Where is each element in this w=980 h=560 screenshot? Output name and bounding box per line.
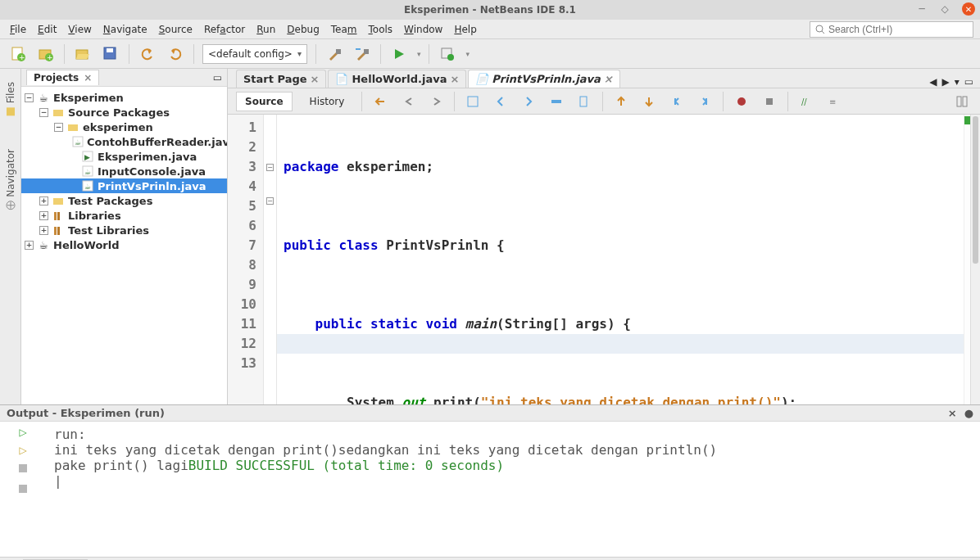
code-editor[interactable]: 12345678910111213 − − package eksperimen… [228,115,980,404]
menu-navigate[interactable]: Navigate [100,22,151,37]
new-project-icon[interactable]: + [36,44,56,64]
package-icon [52,195,65,206]
back-icon[interactable] [398,92,418,111]
shift-left-icon[interactable] [667,92,687,111]
tree-test-packages[interactable]: +Test Packages [21,193,227,208]
open-project-icon[interactable] [73,44,93,64]
run-icon[interactable] [389,44,409,64]
tab-helloworld[interactable]: 📄HelloWorld.java× [328,70,466,88]
new-file-icon[interactable]: + [8,44,28,64]
menu-view[interactable]: View [65,22,94,37]
find-next-icon[interactable] [519,92,538,111]
rerun-debug-icon[interactable]: ▷ [19,445,26,456]
files-vtab[interactable]: Files [3,77,18,121]
projects-tree[interactable]: −☕Eksperimen −Source Packages −eksperime… [21,87,227,404]
tree-project-eksperimen[interactable]: −☕Eksperimen [21,90,227,105]
search-box[interactable] [810,21,973,38]
save-output-icon[interactable] [17,483,29,497]
search-input[interactable] [828,23,968,36]
menu-run[interactable]: Run [253,22,279,37]
tree-file-eksperimen[interactable]: ▶Eksperimen.java [21,149,227,164]
svg-rect-36 [766,98,773,105]
menu-file[interactable]: FFileile [7,22,29,37]
close-icon[interactable]: ✕ [962,2,975,16]
tab-prev-icon[interactable]: ◀ [929,76,937,88]
clean-build-icon[interactable] [352,44,372,64]
tab-next-icon[interactable]: ▶ [941,76,949,88]
maximize-editor-icon[interactable]: ▭ [964,76,973,88]
shift-right-icon[interactable] [695,92,715,111]
rerun-icon[interactable]: ▷ [19,427,26,438]
minimize-pane-icon[interactable]: ▭ [213,72,222,84]
tab-close-icon[interactable]: × [450,73,459,85]
last-edit-icon[interactable] [370,92,390,111]
tab-start-page[interactable]: Start Page× [236,70,326,88]
main-toolbar: + + <default config> ▾ ▾ [0,39,980,69]
projects-pane: Projects × ▭ −☕Eksperimen −Source Packag… [21,69,228,404]
menu-refactor[interactable]: Refactor [201,22,248,37]
error-stripe[interactable] [964,115,970,404]
tree-pkg-eksperimen[interactable]: −eksperimen [21,120,227,134]
output-close-icon[interactable]: × [948,407,957,419]
projects-header: Projects × ▭ [21,69,227,87]
tab-printvsprinln[interactable]: 📄PrintVsPrinln.java× [468,70,619,88]
toggle-highlight-icon[interactable] [547,92,566,111]
tree-file-inputconsole[interactable]: ☕InputConsole.java [21,164,227,178]
start-macro-icon[interactable] [732,92,751,111]
stop-icon[interactable] [17,463,29,476]
svg-rect-12 [364,49,369,54]
toggle-bookmark-icon[interactable] [574,92,594,111]
tree-source-packages[interactable]: −Source Packages [21,105,227,120]
tab-list-icon[interactable]: ▾ [955,76,960,88]
config-combo[interactable]: <default config> [202,44,307,64]
menu-window[interactable]: Window [401,22,446,37]
vertical-scrollbar[interactable] [970,115,980,404]
tree-libraries[interactable]: +Libraries [21,208,227,223]
projects-tab[interactable]: Projects × [26,70,99,85]
menu-help[interactable]: Help [451,22,479,37]
uncomment-icon[interactable]: ≡ [824,92,844,111]
source-button[interactable]: Source [236,92,293,111]
forward-icon[interactable] [426,92,446,111]
menu-source[interactable]: Source [156,22,196,37]
fold-toggle-icon[interactable]: − [266,164,274,171]
tab-close-icon[interactable]: × [84,72,92,84]
split-icon[interactable] [952,92,972,111]
svg-rect-32 [468,97,478,106]
output-dot-icon[interactable]: ● [964,407,973,419]
tree-test-libraries[interactable]: +Test Libraries [21,223,227,237]
java-class-icon: ☕ [72,136,84,147]
code-area[interactable]: package eksperimen; public class PrintVs… [277,115,964,404]
menu-edit[interactable]: Edit [34,22,60,37]
redo-icon[interactable] [166,44,185,64]
tree-file-contohbuffer[interactable]: ☕ContohBufferReader.java [21,134,227,149]
history-button[interactable]: History [301,92,354,111]
find-selection-icon[interactable] [463,92,483,111]
comment-icon[interactable]: // [796,92,816,111]
tab-close-icon[interactable]: × [311,73,320,85]
titlebar: Eksperimen - NetBeans IDE 8.1 ─ ◇ ✕ [0,0,980,20]
output-text[interactable]: run: ini teks yang dicetak dengan print(… [46,422,980,557]
minimize-icon[interactable]: ─ [916,3,928,15]
menu-team[interactable]: Team [328,22,361,37]
find-prev-icon[interactable] [491,92,510,111]
fold-toggle-icon[interactable]: − [266,197,274,205]
menu-debug[interactable]: Debug [284,22,322,37]
build-icon[interactable] [324,44,344,64]
svg-rect-30 [54,227,57,235]
menu-tools[interactable]: Tools [365,22,397,37]
svg-rect-10 [107,48,113,52]
tree-project-helloworld[interactable]: +☕HelloWorld [21,237,227,252]
stop-macro-icon[interactable] [760,92,779,111]
next-bookmark-icon[interactable] [639,92,659,111]
undo-icon[interactable] [138,44,157,64]
tree-file-printvsprinln[interactable]: ☕PrintVsPrinln.java [21,178,227,193]
maximize-icon[interactable]: ◇ [939,3,951,15]
navigator-vtab[interactable]: Navigator [3,144,18,215]
prev-bookmark-icon[interactable] [611,92,631,111]
tab-close-icon[interactable]: × [604,73,613,85]
svg-text:≡: ≡ [829,97,836,106]
save-all-icon[interactable] [101,44,120,64]
debug-icon[interactable] [438,44,457,64]
fold-gutter[interactable]: − − [264,115,277,404]
